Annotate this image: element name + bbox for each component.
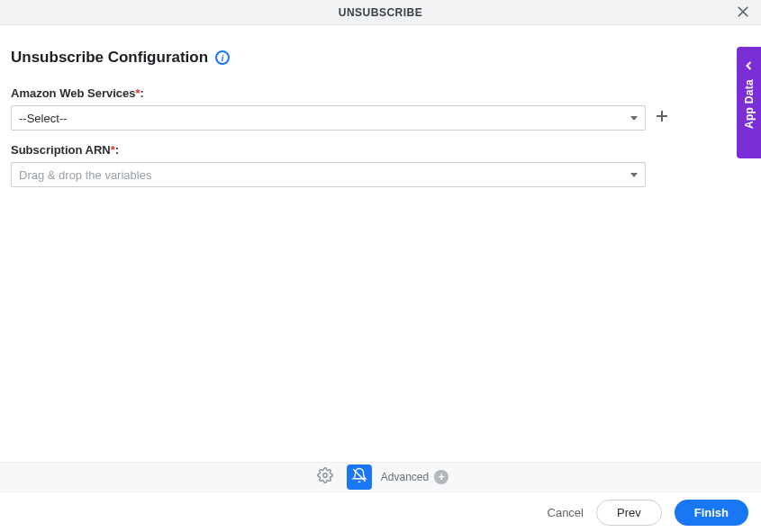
aws-select-value: --Select--	[19, 112, 67, 125]
gear-icon	[317, 467, 333, 487]
info-icon[interactable]: i	[215, 50, 230, 65]
finish-button[interactable]: Finish	[675, 500, 748, 526]
field-arn-row: Drag & drop the variables	[11, 162, 750, 187]
plus-icon	[655, 109, 669, 127]
dialog-title: UNSUBSCRIBE	[339, 6, 423, 19]
advanced-label: Advanced	[381, 471, 429, 483]
field-arn: Subscription ARN*: Drag & drop the varia…	[11, 143, 750, 187]
app-data-tab-label: App Data	[743, 79, 756, 129]
close-icon	[737, 4, 749, 23]
field-aws-label-row: Amazon Web Services*:	[11, 86, 750, 100]
field-aws: Amazon Web Services*: --Select--	[11, 86, 750, 131]
prev-button[interactable]: Prev	[596, 500, 662, 526]
arn-input[interactable]: Drag & drop the variables	[11, 162, 646, 187]
add-aws-button[interactable]	[653, 109, 671, 127]
colon: :	[140, 86, 144, 100]
colon: :	[115, 143, 119, 157]
chevron-left-icon	[745, 58, 754, 67]
bell-off-icon	[351, 467, 367, 487]
toolbar: Advanced +	[0, 462, 761, 492]
notifications-off-button[interactable]	[347, 464, 372, 490]
chevron-down-icon	[630, 116, 638, 121]
dialog-footer: Cancel Prev Finish	[0, 492, 761, 532]
page-title: Unsubscribe Configuration	[11, 49, 208, 67]
close-button[interactable]	[732, 2, 754, 23]
page-title-row: Unsubscribe Configuration i	[11, 49, 750, 67]
settings-button[interactable]	[313, 464, 338, 490]
field-arn-label: Subscription ARN	[11, 143, 111, 157]
field-aws-label: Amazon Web Services	[11, 86, 135, 100]
aws-select[interactable]: --Select--	[11, 105, 646, 131]
dialog-content: Unsubscribe Configuration i Amazon Web S…	[0, 25, 761, 211]
svg-point-4	[323, 473, 328, 478]
field-arn-label-row: Subscription ARN*:	[11, 143, 750, 157]
plus-circle-icon: +	[434, 470, 448, 484]
chevron-down-icon	[630, 173, 638, 177]
advanced-toggle[interactable]: Advanced +	[381, 470, 448, 484]
dialog-header: UNSUBSCRIBE	[0, 0, 761, 25]
cancel-button[interactable]: Cancel	[548, 506, 584, 519]
arn-placeholder: Drag & drop the variables	[19, 168, 151, 182]
app-data-tab[interactable]: App Data	[737, 47, 761, 158]
field-aws-row: --Select--	[11, 105, 750, 131]
